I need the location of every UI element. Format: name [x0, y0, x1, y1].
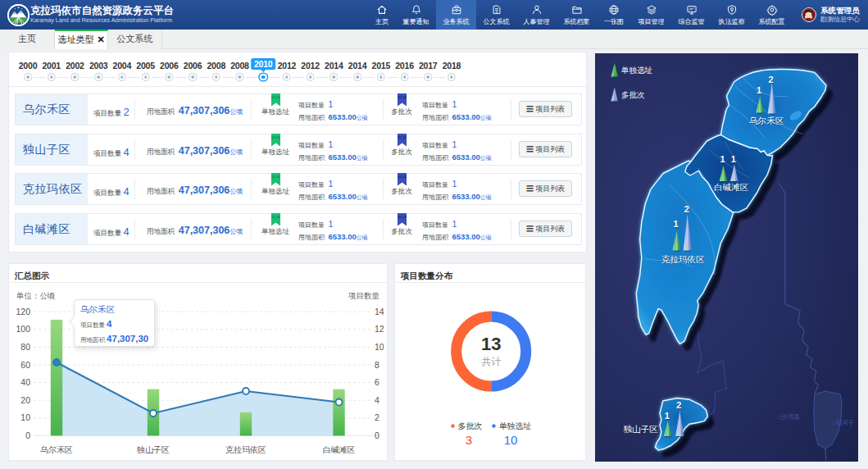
svg-text:100: 100: [16, 324, 30, 334]
svg-text:0: 0: [25, 430, 30, 440]
svg-text:14: 14: [375, 307, 384, 316]
svg-text:2: 2: [676, 400, 681, 410]
svg-text:项目数量: 项目数量: [348, 291, 380, 300]
svg-text:多批次: 多批次: [458, 421, 483, 430]
svg-text:10: 10: [375, 342, 384, 352]
svg-text:克拉玛依区: 克拉玛依区: [225, 445, 266, 454]
svg-text:乌尔禾区: 乌尔禾区: [40, 445, 73, 454]
svg-text:多批次: 多批次: [621, 90, 645, 99]
svg-text:20: 20: [20, 395, 30, 405]
svg-text:1: 1: [673, 219, 678, 229]
svg-text:白碱滩区: 白碱滩区: [323, 445, 356, 454]
svg-text:2: 2: [769, 75, 774, 84]
svg-text:60: 60: [20, 360, 30, 370]
svg-text:10: 10: [20, 412, 30, 422]
svg-text:2: 2: [375, 412, 379, 422]
svg-text:独山子区: 独山子区: [136, 445, 170, 454]
svg-text:1: 1: [720, 154, 725, 164]
svg-text:4: 4: [375, 395, 379, 405]
svg-text:1: 1: [757, 85, 761, 95]
svg-text:单位：公顷: 单位：公顷: [16, 291, 56, 300]
svg-text:单独选址: 单独选址: [620, 66, 653, 75]
svg-text:2: 2: [684, 204, 689, 214]
svg-text:克拉玛依区: 克拉玛依区: [661, 254, 705, 264]
svg-text:1: 1: [731, 154, 736, 164]
svg-text:○石河子: ○石河子: [832, 419, 855, 426]
svg-text:共计: 共计: [481, 356, 501, 367]
svg-text:单独选址: 单独选址: [499, 421, 532, 430]
svg-text:8: 8: [375, 360, 379, 370]
svg-text:1: 1: [665, 411, 670, 421]
svg-text:12: 12: [375, 324, 384, 334]
svg-text:6: 6: [375, 377, 379, 387]
svg-text:40: 40: [20, 377, 30, 387]
svg-text:独山子区: 独山子区: [623, 424, 658, 434]
svg-text:乌尔禾区: 乌尔禾区: [749, 116, 784, 126]
svg-text:0: 0: [375, 430, 379, 440]
svg-text:○沙湾县: ○沙湾县: [778, 413, 801, 421]
svg-text:白碱滩区: 白碱滩区: [714, 183, 749, 193]
svg-text:80: 80: [20, 342, 30, 352]
svg-text:10: 10: [504, 433, 518, 447]
svg-text:120: 120: [16, 307, 30, 316]
svg-text:3: 3: [466, 433, 472, 447]
svg-text:13: 13: [481, 334, 501, 354]
